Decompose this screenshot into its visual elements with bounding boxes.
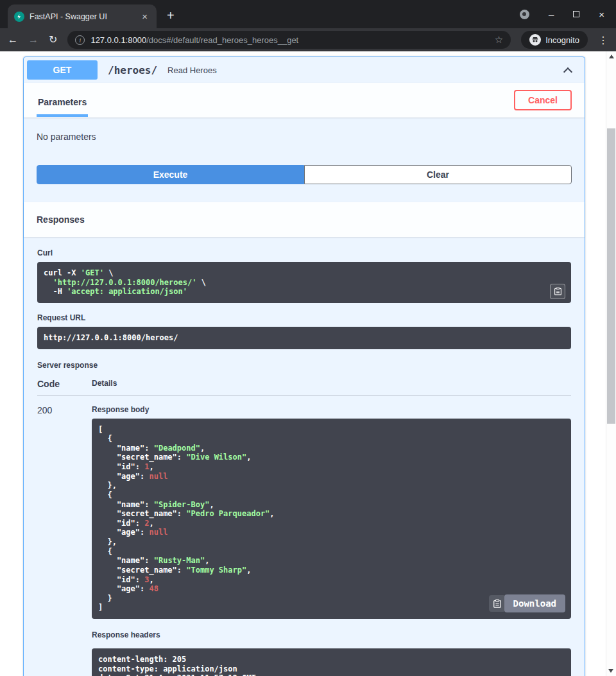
- scrollbar-thumb[interactable]: [607, 128, 615, 424]
- scroll-up-icon[interactable]: [609, 55, 614, 58]
- cancel-button[interactable]: Cancel: [514, 90, 572, 110]
- close-icon[interactable]: ×: [599, 10, 604, 19]
- forward-icon[interactable]: →: [28, 35, 38, 45]
- server-response-label: Server response: [37, 361, 571, 370]
- browser-titlebar: FastAPI - Swagger UI × + – ×: [0, 0, 616, 28]
- response-body-label: Response body: [92, 405, 571, 414]
- page-scrollbar[interactable]: [606, 51, 616, 676]
- url-host: 127.0.0.1:8000: [90, 35, 146, 45]
- response-row-200: 200 Response body [ { "name": "Deadpond"…: [37, 396, 571, 676]
- response-headers-text: content-length: 205 content-type: applic…: [98, 655, 565, 676]
- responses-header: Responses: [24, 202, 585, 237]
- fastapi-favicon-icon: [14, 12, 24, 22]
- no-parameters-text: No parameters: [37, 132, 96, 142]
- collapse-chevron-icon[interactable]: [563, 67, 572, 76]
- responses-body: Curl curl -X 'GET' \ 'http://127.0.0.1:8…: [24, 237, 585, 676]
- response-headers-block: content-length: 205 content-type: applic…: [92, 648, 571, 676]
- browser-tab[interactable]: FastAPI - Swagger UI ×: [8, 4, 157, 28]
- incognito-icon: [529, 34, 541, 46]
- tab-title: FastAPI - Swagger UI: [30, 12, 134, 21]
- opblock-get-heroes: GET /heroes/ Read Heroes Parameters Canc…: [23, 56, 585, 676]
- window-controls: – ×: [508, 0, 616, 28]
- new-tab-button[interactable]: +: [167, 8, 175, 23]
- maximize-icon[interactable]: [573, 11, 579, 17]
- request-url-block: http://127.0.0.1:8000/heroes/: [37, 327, 571, 349]
- curl-command-text: curl -X 'GET' \ 'http://127.0.0.1:8000/h…: [44, 268, 565, 297]
- browser-menu-icon[interactable]: ⋮: [598, 34, 608, 46]
- bookmark-star-icon[interactable]: ☆: [495, 34, 503, 46]
- tab-close-icon[interactable]: ×: [139, 10, 150, 22]
- back-icon[interactable]: ←: [8, 35, 18, 45]
- responses-title: Responses: [37, 214, 85, 225]
- code-column-header: Code: [37, 379, 92, 389]
- site-info-icon[interactable]: i: [75, 35, 85, 45]
- parameters-body: No parameters: [24, 117, 585, 165]
- curl-label: Curl: [37, 248, 571, 257]
- minimize-icon[interactable]: –: [549, 10, 554, 19]
- url-text[interactable]: 127.0.0.1:8000/docs#/default/read_heroes…: [90, 35, 488, 45]
- request-url-label: Request URL: [37, 313, 571, 322]
- parameters-header: Parameters Cancel: [24, 83, 585, 117]
- status-code: 200: [37, 405, 92, 676]
- browser-navbar: ← → ↻ i 127.0.0.1:8000/docs#/default/rea…: [0, 28, 616, 51]
- execute-row: Execute Clear: [24, 165, 585, 202]
- response-headers-label: Response headers: [92, 630, 571, 639]
- curl-command-block: curl -X 'GET' \ 'http://127.0.0.1:8000/h…: [37, 262, 571, 303]
- response-table-header: Code Details: [37, 379, 571, 396]
- window-menu-icon[interactable]: [520, 10, 529, 19]
- copy-response-icon[interactable]: [489, 595, 506, 612]
- method-badge: GET: [27, 60, 98, 80]
- response-body-json: [ { "name": "Deadpond", "secret_name": "…: [98, 425, 565, 613]
- endpoint-path: /heroes/: [104, 64, 161, 76]
- execute-button[interactable]: Execute: [37, 165, 304, 184]
- incognito-label: Incognito: [545, 35, 579, 45]
- request-url-value: http://127.0.0.1:8000/heroes/: [44, 333, 178, 342]
- url-path: /docs#/default/read_heroes_heroes__get: [146, 35, 298, 45]
- download-button[interactable]: Download: [504, 594, 565, 612]
- window-menu-dot: [522, 12, 526, 16]
- response-body-block: [ { "name": "Deadpond", "secret_name": "…: [92, 419, 571, 620]
- details-column-header: Details: [92, 379, 117, 389]
- url-bar[interactable]: i 127.0.0.1:8000/docs#/default/read_hero…: [67, 31, 511, 49]
- tab-parameters[interactable]: Parameters: [37, 91, 88, 117]
- endpoint-summary: Read Heroes: [167, 65, 558, 75]
- clear-button[interactable]: Clear: [304, 165, 572, 184]
- scroll-down-icon[interactable]: [608, 669, 613, 673]
- incognito-badge: Incognito: [521, 31, 588, 49]
- swagger-page: GET /heroes/ Read Heroes Parameters Canc…: [0, 51, 606, 676]
- opblock-summary[interactable]: GET /heroes/ Read Heroes: [24, 57, 585, 83]
- copy-curl-icon[interactable]: [550, 284, 565, 299]
- refresh-icon[interactable]: ↻: [49, 35, 57, 45]
